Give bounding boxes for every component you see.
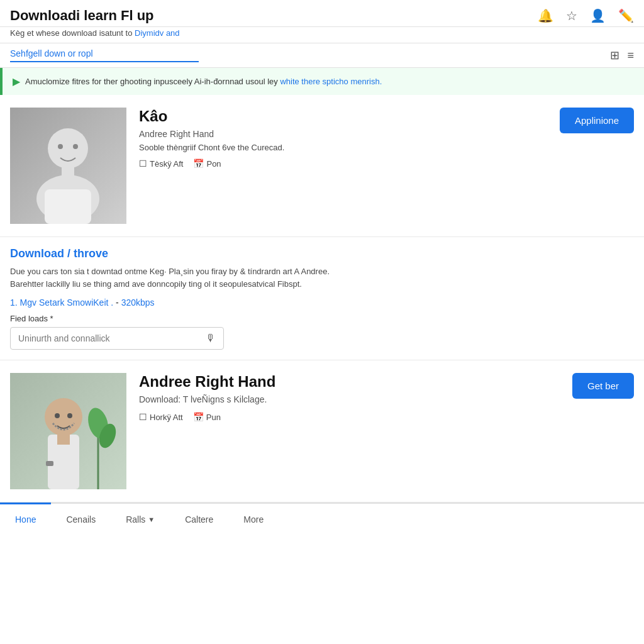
card-1-desc: Sooble thèngriif Chont 6ve the Curecad. <box>139 143 547 152</box>
subtitle-text: Kèg et whese download isatunt to <box>10 28 132 38</box>
card-2-action: Get ber <box>572 373 634 399</box>
svg-rect-18 <box>46 461 53 466</box>
svg-point-4 <box>58 144 63 149</box>
card-2-tags: ☐ Horkÿ Att 📅 Pun <box>139 412 560 422</box>
profile-card-1: Kâo Andree Right Hand Sooble thèngriif C… <box>0 95 644 237</box>
svg-rect-7 <box>62 167 74 180</box>
card-1-name: Kâo <box>139 108 547 125</box>
search-input-wrap[interactable] <box>10 48 199 62</box>
grid-icon[interactable]: ⊞ <box>610 48 619 62</box>
field-input-wrap[interactable]: 🎙 <box>10 327 224 350</box>
card-2-tag2: 📅 Pun <box>193 412 221 422</box>
card-1-tag2: 📅 Pon <box>193 158 221 169</box>
card-2-name: Andree Right Hand <box>139 373 560 391</box>
card-2-subtitle: Download: T lveÑigns s Kilclage. <box>139 394 560 404</box>
bottom-nav: Hone Cenails Ralls ▼ Caltere More <box>0 502 644 535</box>
tag2-icon: 📅 <box>193 158 204 169</box>
star-icon[interactable]: ☆ <box>566 8 577 23</box>
field-input[interactable] <box>18 333 206 343</box>
card-2-info: Andree Right Hand Download: T lveÑigns s… <box>139 373 560 422</box>
svg-rect-15 <box>57 433 70 445</box>
edit-icon[interactable]: ✏️ <box>618 8 634 23</box>
svg-point-16 <box>55 413 60 418</box>
nav-label-hone: Hone <box>15 514 36 525</box>
header-actions: 🔔 ☆ 👤 ✏️ <box>538 8 634 23</box>
nav-item-ralls[interactable]: Ralls ▼ <box>111 502 170 535</box>
notice-main-text: Amuclomize fitres for ther ghooting inpu… <box>25 77 278 86</box>
notice-bar: ▶ Amuclomize fitres for ther ghooting in… <box>0 68 644 95</box>
user-icon[interactable]: 👤 <box>590 8 606 23</box>
card-1-subtitle: Andree Right Hand <box>139 129 547 139</box>
download-item-name: Mgv Setark SmowiKeit . <box>20 297 114 308</box>
notice-link[interactable]: white there spticho menrish. <box>280 77 382 86</box>
card-1-tag1: ☐ Tèskÿ Aft <box>139 158 183 169</box>
search-input[interactable] <box>10 48 199 58</box>
download-item-quality: 320kbps <box>121 297 155 308</box>
download-item-1: 1. Mgv Setark SmowiKeit . - 320kbps <box>10 297 634 308</box>
nav-label-cenails: Cenails <box>66 514 96 525</box>
svg-point-5 <box>73 144 78 149</box>
svg-point-17 <box>67 413 72 418</box>
download-desc: Due you cars ton sia t downtad ontme Keg… <box>10 265 634 290</box>
tag1-icon: ☐ <box>139 158 147 169</box>
download-item-number: 1. <box>10 297 18 308</box>
nav-dropdown-ralls: Ralls ▼ <box>126 514 155 525</box>
search-icons: ⊞ ≡ <box>610 48 634 62</box>
chevron-down-icon: ▼ <box>148 516 155 523</box>
download-section: Download / throve Due you cars ton sia t… <box>0 237 644 360</box>
card-2-tag1: ☐ Horkÿ Att <box>139 412 183 422</box>
nav-item-hone[interactable]: Hone <box>0 502 51 535</box>
profile-card-2: Andree Right Hand Download: T lveÑigns s… <box>0 360 644 502</box>
download-title: Download / throve <box>10 247 634 260</box>
avatar-2 <box>10 373 126 489</box>
card-1-tag1-text: Tèskÿ Aft <box>150 159 183 169</box>
nav-item-more[interactable]: More <box>228 502 279 535</box>
card-1-tags: ☐ Tèskÿ Aft 📅 Pon <box>139 158 547 169</box>
avatar-1 <box>10 108 126 224</box>
card-2-tag2-text: Pun <box>206 413 221 422</box>
card-1-action: Applinione <box>560 108 634 133</box>
nav-label-more: More <box>243 514 264 525</box>
nav-label-caltere: Caltere <box>185 514 213 525</box>
menu-icon[interactable]: ≡ <box>627 49 634 62</box>
subtitle-link[interactable]: Diymidv and <box>135 28 180 38</box>
card-1-info: Kâo Andree Right Hand Sooble thèngriif C… <box>139 108 547 169</box>
nav-label-ralls: Ralls <box>126 514 145 525</box>
svg-rect-6 <box>45 189 91 224</box>
card-1-tag2-text: Pon <box>206 159 221 169</box>
mic-icon[interactable]: 🎙 <box>206 333 216 344</box>
field-label: Fied loads * <box>10 314 634 323</box>
nav-item-cenails[interactable]: Cenails <box>51 502 111 535</box>
tag3-icon: ☐ <box>139 412 147 422</box>
nav-item-caltere[interactable]: Caltere <box>170 502 228 535</box>
search-bar: ⊞ ≡ <box>0 43 644 68</box>
play-triangle-icon: ▶ <box>13 75 20 87</box>
card-1-apply-button[interactable]: Applinione <box>560 108 634 133</box>
header-subtitle: Kèg et whese download isatunt to Diymidv… <box>0 27 644 43</box>
tag4-icon: 📅 <box>193 412 204 422</box>
page-title: Downloadi learn Fl up <box>10 8 154 24</box>
card-2-get-button[interactable]: Get ber <box>572 373 634 399</box>
notice-text: Amuclomize fitres for ther ghooting inpu… <box>25 77 382 86</box>
card-2-tag1-text: Horkÿ Att <box>150 413 183 422</box>
svg-point-2 <box>48 128 88 169</box>
bell-icon[interactable]: 🔔 <box>538 8 553 23</box>
